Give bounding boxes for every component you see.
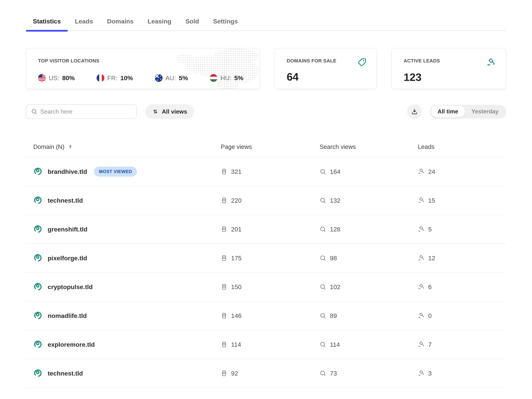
page-views-cell: 175 <box>221 254 320 262</box>
page-views-icon <box>221 226 227 233</box>
tab-statistics[interactable]: Statistics <box>26 18 68 31</box>
page-views-icon <box>221 284 227 290</box>
world-map-dots <box>173 48 260 89</box>
search-views-value: 132 <box>330 197 341 204</box>
location-value: 5% <box>179 75 188 82</box>
page-views-value: 150 <box>231 283 242 291</box>
download-button[interactable] <box>407 104 422 119</box>
domain-name: exploremore.tld <box>48 341 95 348</box>
all-views-label: All views <box>162 108 187 115</box>
domain-logo-icon <box>33 311 43 320</box>
search-views-icon <box>320 341 326 348</box>
location-label: FR: <box>107 75 117 82</box>
domain-name: brandhive.tld <box>48 168 87 175</box>
location-label: US: <box>49 75 59 82</box>
all-views-button[interactable]: All views <box>145 104 194 119</box>
location-label: AU: <box>165 75 176 82</box>
domain-logo-icon <box>33 196 43 205</box>
table-row[interactable]: cryptopulse.tld 150 102 <box>26 273 506 301</box>
domain-logo-icon <box>33 369 43 378</box>
location-item-au: AU: 5% <box>155 74 188 82</box>
domains-for-sale-value: 64 <box>287 70 366 83</box>
search-views-cell: 102 <box>320 283 418 291</box>
leads-gavel-icon <box>418 341 424 348</box>
page-views-icon <box>221 168 227 175</box>
table-body: brandhive.tld MOST VIEWED 321 164 <box>26 157 506 388</box>
search-input[interactable] <box>40 108 132 115</box>
header-search-views[interactable]: Search views <box>320 143 418 150</box>
leads-value: 7 <box>428 341 432 348</box>
search-icon <box>31 108 37 115</box>
table-row[interactable]: greenshift.tld 201 128 <box>26 215 506 244</box>
domains-for-sale-card: DOMAINS FOR SALE 64 <box>274 48 377 89</box>
table-row[interactable]: technest.tld 220 132 <box>26 186 506 215</box>
search-views-icon <box>320 284 326 290</box>
range-yesterday[interactable]: Yesterday <box>465 106 505 117</box>
search-views-value: 128 <box>330 226 341 233</box>
search-views-cell: 89 <box>320 312 418 319</box>
tab-domains[interactable]: Domains <box>100 18 140 31</box>
table-row[interactable]: nomadlife.tld 146 89 <box>26 301 506 330</box>
page-views-value: 175 <box>231 254 242 262</box>
search-views-cell: 132 <box>320 197 418 204</box>
leads-value: 24 <box>428 168 435 175</box>
leads-cell: 7 <box>418 341 506 348</box>
tab-leasing[interactable]: Leasing <box>140 18 178 31</box>
page-views-cell: 321 <box>221 168 320 175</box>
location-label: HU: <box>220 75 231 82</box>
range-all-time[interactable]: All time <box>431 106 465 117</box>
top-visitor-locations-card: TOP VISITOR LOCATIONS US: 80% FR: 10% AU… <box>26 48 260 89</box>
search-views-icon <box>320 226 326 233</box>
leads-gavel-icon <box>418 284 424 290</box>
price-tag-icon <box>358 58 366 66</box>
header-leads-label: Leads <box>418 143 434 150</box>
tab-leads[interactable]: Leads <box>68 18 100 31</box>
page-views-icon <box>221 197 227 204</box>
card-title: ACTIVE LEADS <box>404 58 440 64</box>
dashboard-page: Statistics Leads Domains Leasing Sold Se… <box>0 18 532 388</box>
leads-gavel-icon <box>418 168 424 175</box>
search-views-icon <box>320 370 326 377</box>
leads-cell: 5 <box>418 226 506 233</box>
fr-flag-icon <box>97 74 104 82</box>
domain-name: greenshift.tld <box>48 226 87 233</box>
leads-value: 6 <box>428 283 432 291</box>
page-views-cell: 150 <box>221 283 320 291</box>
tab-sold[interactable]: Sold <box>178 18 206 31</box>
search-views-cell: 73 <box>320 370 418 377</box>
page-views-cell: 220 <box>221 197 320 204</box>
domain-name: technest.tld <box>48 370 83 377</box>
header-leads[interactable]: Leads <box>418 143 506 150</box>
page-views-value: 220 <box>231 197 242 204</box>
page-views-icon <box>221 341 227 348</box>
location-item-hu: HU: 5% <box>210 74 243 82</box>
search-views-cell: 128 <box>320 226 418 233</box>
page-views-icon <box>221 255 227 261</box>
leads-cell: 12 <box>418 254 506 262</box>
download-icon <box>411 108 418 115</box>
domain-logo-icon <box>33 253 43 263</box>
leads-cell: 15 <box>418 197 506 204</box>
active-leads-card: ACTIVE LEADS 123 <box>392 48 506 89</box>
page-views-value: 146 <box>231 312 242 319</box>
leads-value: 15 <box>428 197 435 204</box>
card-title: DOMAINS FOR SALE <box>287 58 336 64</box>
leads-gavel-icon <box>418 226 424 233</box>
page-views-value: 201 <box>231 226 242 233</box>
table-row[interactable]: technest.tld 92 73 <box>26 359 506 388</box>
search-views-value: 89 <box>330 312 337 319</box>
header-page-views[interactable]: Page views <box>221 143 320 150</box>
page-views-value: 321 <box>231 168 242 175</box>
page-views-icon <box>221 370 227 377</box>
table-row[interactable]: pixelforge.tld 175 98 <box>26 244 506 273</box>
leads-gavel-icon <box>418 312 424 319</box>
hu-flag-icon <box>210 74 217 82</box>
table-row[interactable]: brandhive.tld MOST VIEWED 321 164 <box>26 157 506 186</box>
tab-settings[interactable]: Settings <box>206 18 245 31</box>
table-row[interactable]: exploremore.tld 114 114 <box>26 330 506 359</box>
header-domain[interactable]: Domain (N) <box>33 143 221 150</box>
top-tab-bar: Statistics Leads Domains Leasing Sold Se… <box>26 18 506 31</box>
location-value: 5% <box>234 75 243 82</box>
page-views-value: 114 <box>231 341 241 348</box>
location-item-fr: FR: 10% <box>97 74 133 82</box>
